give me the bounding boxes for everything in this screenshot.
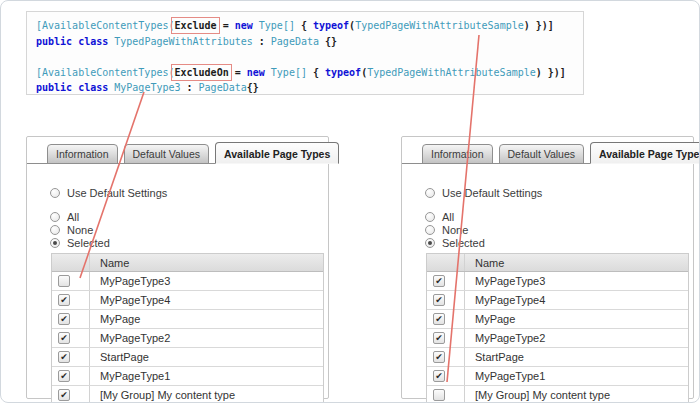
radio-block: Use Default SettingsAllNoneSelected [50, 186, 167, 249]
table-row: ✔MyPageType4 [52, 291, 323, 310]
checkbox-cell: ✔ [52, 310, 90, 328]
row-checkbox-unchecked[interactable] [433, 389, 445, 401]
row-checkbox-checked[interactable]: ✔ [58, 313, 70, 325]
checkbox-cell: ✔ [52, 367, 90, 385]
checkbox-column-header [52, 254, 90, 271]
radio-label: All [442, 211, 454, 223]
checkbox-column-header [427, 254, 465, 271]
page-type-name: MyPageType4 [465, 291, 688, 309]
code-token: [AvailableContentTypes( [36, 67, 174, 78]
checkbox-cell [427, 386, 465, 403]
row-checkbox-checked[interactable]: ✔ [433, 332, 445, 344]
code-line: public class TypedPageWithAttributes : P… [36, 34, 583, 50]
table-row: ✔MyPageType1 [52, 367, 323, 386]
page-type-name: MyPageType2 [465, 329, 688, 347]
code-token: = [229, 67, 247, 78]
checkbox-cell: ✔ [427, 272, 465, 290]
code-token: [AvailableContentTypes( [36, 20, 174, 31]
radio-option[interactable]: Selected [50, 236, 167, 249]
tab-default-values[interactable]: Default Values [499, 144, 585, 164]
radio-label: All [67, 211, 79, 223]
row-checkbox-checked[interactable]: ✔ [433, 370, 445, 382]
highlighted-code-token: Exclude [174, 20, 216, 31]
row-checkbox-unchecked[interactable] [58, 275, 70, 287]
table-row: ✔MyPageType4 [427, 291, 688, 310]
code-line: public class MyPageType3 : PageData{} [36, 80, 583, 96]
row-checkbox-checked[interactable]: ✔ [58, 351, 70, 363]
radio-button[interactable] [425, 212, 435, 222]
radio-group: Use Default Settings [425, 186, 542, 199]
radio-option[interactable]: None [425, 223, 542, 236]
row-checkbox-checked[interactable]: ✔ [58, 370, 70, 382]
table-row: MyPageType3 [52, 272, 323, 291]
code-token: TypedPageWithAttributes [114, 36, 252, 47]
row-checkbox-checked[interactable]: ✔ [58, 389, 70, 401]
tab-available-page-types[interactable]: Available Page Types [590, 142, 700, 164]
row-checkbox-checked[interactable]: ✔ [58, 294, 70, 306]
row-checkbox-checked[interactable]: ✔ [58, 332, 70, 344]
radio-option[interactable]: Use Default Settings [425, 186, 542, 199]
radio-label: Selected [442, 237, 485, 249]
table-row: ✔MyPageType3 [427, 272, 688, 291]
radio-button[interactable] [425, 188, 435, 198]
page-type-name: MyPage [90, 310, 323, 328]
checkbox-cell: ✔ [52, 329, 90, 347]
tab-strip: InformationDefault ValuesAvailable Page … [402, 142, 693, 164]
radio-option[interactable]: All [425, 210, 542, 223]
radio-option[interactable]: None [50, 223, 167, 236]
row-checkbox-checked[interactable]: ✔ [433, 275, 445, 287]
page-type-name: MyPageType3 [465, 272, 688, 290]
radio-option[interactable]: All [50, 210, 167, 223]
code-token: TypedPageWithAttributeSample [355, 20, 524, 31]
code-token: TypedPageWithAttributeSample [367, 67, 536, 78]
code-token: PageData [199, 82, 247, 93]
table-body: MyPageType3✔MyPageType4✔MyPage✔MyPageTyp… [52, 272, 323, 403]
checkbox-cell: ✔ [52, 348, 90, 366]
code-token: new [235, 20, 253, 31]
radio-option[interactable]: Selected [425, 236, 542, 249]
table-header-row: Name [52, 254, 323, 272]
page-type-name: MyPageType1 [90, 367, 323, 385]
row-checkbox-checked[interactable]: ✔ [433, 294, 445, 306]
tab-available-page-types[interactable]: Available Page Types [215, 142, 339, 164]
radio-button[interactable] [50, 238, 60, 248]
table-row: ✔[My Group] My content type [52, 386, 323, 403]
page-type-name: [My Group] My content type [465, 386, 688, 403]
radio-button[interactable] [425, 225, 435, 235]
tab-default-values[interactable]: Default Values [124, 144, 210, 164]
code-line: [AvailableContentTypes(ExcludeOn = new T… [36, 65, 583, 81]
code-line [36, 49, 583, 65]
highlighted-code-token: ExcludeOn [174, 67, 228, 78]
page-type-name: MyPageType2 [90, 329, 323, 347]
code-token: Type[] [271, 67, 307, 78]
row-checkbox-checked[interactable]: ✔ [433, 313, 445, 325]
radio-option[interactable]: Use Default Settings [50, 186, 167, 199]
code-token: typeof [313, 20, 349, 31]
radio-button[interactable] [50, 225, 60, 235]
checkbox-cell: ✔ [427, 310, 465, 328]
radio-button[interactable] [425, 238, 435, 248]
tab-information[interactable]: Information [422, 144, 493, 164]
radio-block: Use Default SettingsAllNoneSelected [425, 186, 542, 249]
code-token: ) })] [524, 20, 554, 31]
checkbox-cell [52, 272, 90, 290]
table-row: ✔MyPageType2 [427, 329, 688, 348]
code-token: {} [247, 82, 259, 93]
radio-label: None [442, 224, 468, 236]
table-row: ✔StartPage [52, 348, 323, 367]
page-type-name: MyPage [465, 310, 688, 328]
radio-label: None [67, 224, 93, 236]
radio-button[interactable] [50, 212, 60, 222]
row-checkbox-checked[interactable]: ✔ [433, 351, 445, 363]
code-token: : [253, 36, 271, 47]
tab-information[interactable]: Information [47, 144, 118, 164]
checkbox-cell: ✔ [427, 348, 465, 366]
page-type-name: MyPageType3 [90, 272, 323, 290]
radio-button[interactable] [50, 188, 60, 198]
code-token: { [295, 20, 313, 31]
code-token: ) })] [536, 67, 566, 78]
code-token: = [217, 20, 235, 31]
code-token: PageData [271, 36, 319, 47]
code-token: typeof [325, 67, 361, 78]
page-type-name: StartPage [465, 348, 688, 366]
